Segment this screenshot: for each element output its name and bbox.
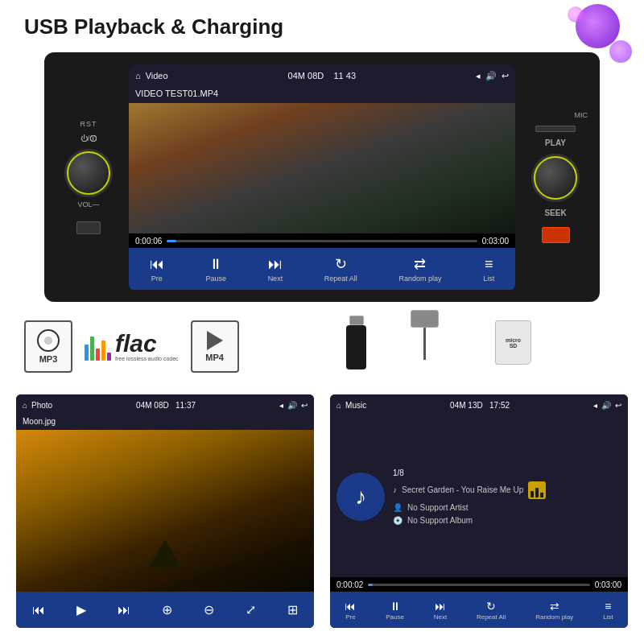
person-icon: 👤	[393, 503, 402, 512]
music-list-button[interactable]: ≡ List	[603, 600, 613, 621]
photo-controls: ⏮ ▶ ⏭ ⊕ ⊖ ⤢ ⊞	[16, 592, 314, 628]
screen-header: ⌂ Video 04M 08D 11 43 ◂ 🔊 ↩	[129, 64, 515, 87]
music-list-icon: ≡	[605, 600, 611, 613]
next-icon: ⏭	[268, 256, 283, 273]
tree-crown	[149, 539, 181, 568]
photo-date: 04M 08D	[136, 401, 169, 410]
flac-bar-1	[85, 345, 89, 361]
seek-knob[interactable]	[531, 154, 580, 202]
deco-circle-medium	[609, 40, 632, 63]
video-controls: ⏮ Pre ⏸ Pause ⏭ Next ↻ Repeat All ⇄ Rand…	[129, 248, 515, 290]
card-slot	[535, 126, 576, 132]
music-back-icon: ↩	[615, 401, 621, 410]
photo-vol-icon: 🔊	[287, 401, 297, 410]
prev-button[interactable]: ⏮ Pre	[150, 256, 164, 283]
usb-connector	[349, 316, 364, 325]
flac-sublabel: free lossless audio codec	[115, 356, 179, 361]
mp4-play-icon	[207, 331, 223, 350]
mp3-label: MP3	[39, 354, 58, 364]
music-info: 1/8 ♪ Secret Garden - You Raise Me Up 👤 …	[393, 469, 621, 525]
photo-bt-icon: ◂	[279, 401, 283, 410]
flac-bar-2	[90, 336, 94, 361]
music-next-button[interactable]: ⏭ Next	[434, 600, 447, 621]
progress-fill	[167, 240, 176, 242]
pause-label: Pause	[205, 275, 226, 283]
photo-next-button[interactable]: ⏭	[118, 603, 130, 617]
music-artist: No Support Artist	[407, 503, 469, 512]
music-repeat-label: Repeat All	[477, 613, 506, 621]
music-mode: Music	[345, 401, 366, 410]
music-progress-fill	[368, 584, 373, 586]
repeat-button[interactable]: ↻ Repeat All	[324, 255, 357, 283]
music-random-button[interactable]: ⇄ Random play	[535, 600, 573, 621]
music-note-area: ♪ 1/8 ♪ Secret Garden - You Raise Me Up …	[330, 415, 628, 577]
progress-bar[interactable]	[167, 240, 477, 242]
photo-home-icon: ⌂	[23, 401, 27, 410]
main-screen: ⌂ Video 04M 08D 11 43 ◂ 🔊 ↩ VIDEO TEST01…	[129, 64, 515, 290]
play-label: PLAY	[545, 138, 566, 147]
list-button[interactable]: ≡ List	[483, 256, 494, 283]
music-bt-icon: ◂	[593, 401, 597, 410]
eq-bar-1	[530, 491, 534, 497]
photo-mode: Photo	[31, 401, 52, 410]
mp3-icon: MP3	[24, 320, 72, 373]
photo-header-left: ⌂ Photo	[23, 401, 52, 410]
pause-button[interactable]: ⏸ Pause	[205, 256, 226, 283]
music-repeat-button[interactable]: ↻ Repeat All	[477, 600, 506, 621]
usb-wire	[423, 328, 426, 360]
flac-bar-3	[96, 349, 100, 361]
random-icon: ⇄	[414, 255, 426, 273]
list-icon: ≡	[485, 256, 493, 273]
screen-time: 11 43	[333, 71, 356, 80]
photo-expand-button[interactable]: ⤢	[246, 602, 256, 617]
photo-zoomin-button[interactable]: ⊕	[162, 602, 172, 617]
music-time-start: 0:00:02	[336, 580, 363, 589]
prev-label: Pre	[151, 275, 163, 283]
music-random-icon: ⇄	[550, 600, 559, 613]
music-pause-label: Pause	[386, 613, 404, 621]
deco-circle-small	[568, 6, 584, 23]
mic-label: MIC	[575, 111, 588, 119]
music-home-icon: ⌂	[336, 401, 341, 410]
screen-header-right: ◂ 🔊 ↩	[476, 71, 509, 81]
video-filename: VIDEO TEST01.MP4	[129, 87, 515, 103]
flac-bars	[85, 332, 111, 361]
music-note-small: ♪	[393, 485, 397, 494]
photo-filename: Moon.jpg	[16, 415, 314, 430]
volume-knob[interactable]	[64, 149, 113, 197]
photo-zoomout-button[interactable]: ⊖	[204, 602, 214, 617]
music-next-icon: ⏭	[435, 600, 446, 613]
random-button[interactable]: ⇄ Random play	[398, 255, 441, 283]
music-prev-button[interactable]: ⏮ Pre	[345, 600, 356, 621]
next-button[interactable]: ⏭ Next	[268, 256, 283, 283]
video-area	[129, 103, 515, 233]
flac-bar-4	[101, 341, 105, 361]
photo-prev-button[interactable]: ⏮	[32, 603, 45, 617]
mp3-disc	[37, 329, 60, 352]
music-header: ⌂ Music 04M 13D 17:52 ◂ 🔊 ↩	[330, 394, 628, 415]
volume-icon: 🔊	[485, 71, 497, 81]
usb-port-left[interactable]	[76, 221, 101, 234]
stereo-unit: RST ⏻/⏼ VOL— ⌂ Video 04M 08D 11 43 ◂ 🔊 ↩…	[44, 52, 600, 302]
music-equalizer	[528, 481, 546, 499]
microsd-label: microSD	[506, 337, 521, 349]
disc-icon: 💿	[393, 516, 402, 525]
photo-grid-button[interactable]: ⊞	[287, 602, 298, 617]
left-panel: RST ⏻/⏼ VOL—	[52, 120, 125, 234]
photo-play-button[interactable]: ▶	[76, 602, 86, 617]
music-progress-bar[interactable]	[368, 584, 589, 586]
usb-plug	[411, 310, 439, 328]
screen-date: 04M 08D	[288, 71, 324, 80]
tree-trunk	[163, 568, 167, 584]
photo-header: ⌂ Photo 04M 08D 11:37 ◂ 🔊 ↩	[16, 394, 314, 415]
music-pause-button[interactable]: ⏸ Pause	[386, 600, 404, 621]
music-vol-icon: 🔊	[601, 401, 611, 410]
usb-port-right[interactable]	[542, 227, 570, 243]
music-track-num: 1/8	[393, 469, 621, 477]
microsd-card: microSD	[495, 320, 531, 365]
time-bar: 0:00:06 0:03:00	[129, 233, 515, 248]
usb-body	[346, 325, 366, 369]
music-header-center: 04M 13D 17:52	[450, 401, 510, 410]
time-start: 0:00:06	[135, 237, 162, 246]
mp4-label: MP4	[205, 353, 224, 362]
